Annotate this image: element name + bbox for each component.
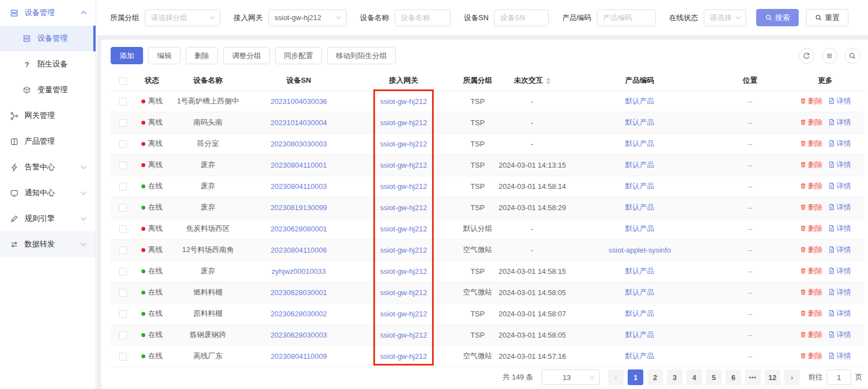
device-sn-link[interactable]: 20230819130099 xyxy=(271,203,327,212)
detail-row-button[interactable]: 详情 xyxy=(828,117,851,127)
device-sn-link[interactable]: 20230628030001 xyxy=(271,288,327,297)
product-code-input[interactable] xyxy=(597,10,656,26)
group-select[interactable]: 请选择分组 xyxy=(145,10,220,26)
row-checkbox[interactable] xyxy=(119,183,127,191)
product-link[interactable]: 默认产品 xyxy=(625,139,654,148)
row-checkbox[interactable] xyxy=(119,353,127,360)
row-checkbox[interactable] xyxy=(119,162,127,169)
row-checkbox[interactable] xyxy=(119,204,127,212)
delete-row-button[interactable]: 删除 xyxy=(800,245,823,255)
menu-icon[interactable] xyxy=(822,48,837,64)
page-button[interactable]: 1 xyxy=(628,369,643,385)
row-checkbox[interactable] xyxy=(119,140,127,148)
row-checkbox[interactable] xyxy=(119,289,127,297)
device-sn-link[interactable]: 20230804110001 xyxy=(271,161,326,169)
sidebar-item-notify-center[interactable]: 通知中心 xyxy=(0,180,96,206)
search-button[interactable]: 搜索 xyxy=(756,9,799,26)
delete-row-button[interactable]: 删除 xyxy=(800,330,823,340)
adjust-group-button[interactable]: 调整分组 xyxy=(223,47,270,64)
device-sn-link[interactable]: 20230803030003 xyxy=(271,140,327,148)
product-link[interactable]: 默认产品 xyxy=(625,330,654,339)
product-link[interactable]: 默认产品 xyxy=(625,97,654,105)
page-button[interactable]: 5 xyxy=(706,369,722,385)
product-link[interactable]: 默认产品 xyxy=(625,288,654,296)
detail-row-button[interactable]: 详情 xyxy=(828,287,851,297)
product-link[interactable]: 默认产品 xyxy=(625,224,654,233)
product-link[interactable]: ssiot-applet-sysinfo xyxy=(609,246,671,254)
sidebar-item-device-mgmt[interactable]: 设备管理 xyxy=(0,26,96,51)
product-link[interactable]: 默认产品 xyxy=(625,267,654,275)
delete-row-button[interactable]: 删除 xyxy=(800,309,823,319)
search-icon[interactable] xyxy=(845,48,860,64)
delete-row-button[interactable]: 删除 xyxy=(800,224,823,234)
detail-row-button[interactable]: 详情 xyxy=(828,96,851,106)
online-status-select[interactable]: 请选择 xyxy=(704,10,746,26)
delete-row-button[interactable]: 删除 xyxy=(800,266,823,276)
detail-row-button[interactable]: 详情 xyxy=(828,266,851,276)
detail-row-button[interactable]: 详情 xyxy=(828,224,851,234)
sidebar-item-stranger-devices[interactable]: ? 陌生设备 xyxy=(0,51,96,77)
row-checkbox[interactable] xyxy=(119,246,127,254)
gateway-link[interactable]: ssiot-gw-hj212 xyxy=(380,288,427,297)
page-button[interactable]: 2 xyxy=(647,369,663,385)
gateway-select[interactable]: ssiot-gw-hj212 xyxy=(268,10,347,26)
add-button[interactable]: 添加 xyxy=(111,47,143,64)
page-button[interactable]: 6 xyxy=(725,369,741,385)
device-sn-link[interactable]: 20230804110006 xyxy=(271,246,326,254)
sidebar-item-alarm-center[interactable]: 告警中心 xyxy=(0,154,96,180)
product-link[interactable]: 默认产品 xyxy=(625,309,654,317)
gateway-link[interactable]: ssiot-gw-hj212 xyxy=(380,161,427,169)
page-button[interactable]: 4 xyxy=(686,369,702,385)
gateway-link[interactable]: ssiot-gw-hj212 xyxy=(380,267,427,276)
sort-icon[interactable] xyxy=(546,78,551,84)
sidebar-item-product-mgmt[interactable]: 产品管理 xyxy=(0,129,96,154)
delete-row-button[interactable]: 删除 xyxy=(800,117,823,127)
gateway-link[interactable]: ssiot-gw-hj212 xyxy=(380,246,427,254)
row-checkbox[interactable] xyxy=(119,98,127,106)
sync-config-button[interactable]: 同步配置 xyxy=(275,47,322,64)
sidebar-item-rule-engine[interactable]: 规则引擎 xyxy=(0,206,96,231)
product-link[interactable]: 默认产品 xyxy=(625,160,654,169)
sidebar-item-variable-mgmt[interactable]: 变量管理 xyxy=(0,77,96,103)
detail-row-button[interactable]: 详情 xyxy=(828,309,851,319)
product-link[interactable]: 默认产品 xyxy=(625,118,654,126)
device-sn-link[interactable]: zyhjwz00010033 xyxy=(272,267,326,276)
row-checkbox[interactable] xyxy=(119,119,127,127)
gateway-link[interactable]: ssiot-gw-hj212 xyxy=(380,352,427,360)
detail-row-button[interactable]: 详情 xyxy=(828,351,851,361)
detail-row-button[interactable]: 详情 xyxy=(828,202,851,212)
device-sn-link[interactable]: 20230628030002 xyxy=(271,310,327,318)
edit-button[interactable]: 编辑 xyxy=(148,47,181,64)
gateway-link[interactable]: ssiot-gw-hj212 xyxy=(380,182,427,191)
device-name-input[interactable] xyxy=(395,10,450,26)
delete-button[interactable]: 删除 xyxy=(186,47,218,64)
page-ellipsis-button[interactable]: ••• xyxy=(745,369,761,385)
device-sn-link[interactable]: 20230804110009 xyxy=(271,352,326,360)
row-checkbox[interactable] xyxy=(119,331,127,339)
product-link[interactable]: 默认产品 xyxy=(625,182,654,190)
next-page-button[interactable]: › xyxy=(784,369,800,385)
delete-row-button[interactable]: 删除 xyxy=(800,287,823,297)
page-button[interactable]: 12 xyxy=(765,369,780,385)
gateway-link[interactable]: ssiot-gw-hj212 xyxy=(380,97,427,106)
device-sn-link[interactable]: 20231004030036 xyxy=(271,97,327,106)
sidebar-item-data-forward[interactable]: 数据转发 xyxy=(0,231,96,257)
device-sn-link[interactable]: 20230628030003 xyxy=(271,331,327,339)
reset-button[interactable]: 重置 xyxy=(806,9,848,26)
page-size-select[interactable]: 13 xyxy=(542,369,600,385)
prev-page-button[interactable]: ‹ xyxy=(608,369,624,385)
gateway-link[interactable]: ssiot-gw-hj212 xyxy=(380,118,427,127)
detail-row-button[interactable]: 详情 xyxy=(828,181,851,191)
delete-row-button[interactable]: 删除 xyxy=(800,139,823,149)
gateway-link[interactable]: ssiot-gw-hj212 xyxy=(380,331,427,339)
page-button[interactable]: 3 xyxy=(667,369,682,385)
gateway-link[interactable]: ssiot-gw-hj212 xyxy=(380,203,427,212)
detail-row-button[interactable]: 详情 xyxy=(828,160,851,170)
device-sn-link[interactable]: 20231014030004 xyxy=(271,118,327,127)
gateway-link[interactable]: ssiot-gw-hj212 xyxy=(380,225,427,233)
delete-row-button[interactable]: 删除 xyxy=(800,96,823,106)
sidebar-item-device-mgmt-parent[interactable]: 设备管理 xyxy=(0,0,96,26)
refresh-icon[interactable] xyxy=(799,48,814,64)
sidebar-item-gateway-mgmt[interactable]: 网关管理 xyxy=(0,103,96,129)
row-checkbox[interactable] xyxy=(119,268,127,276)
